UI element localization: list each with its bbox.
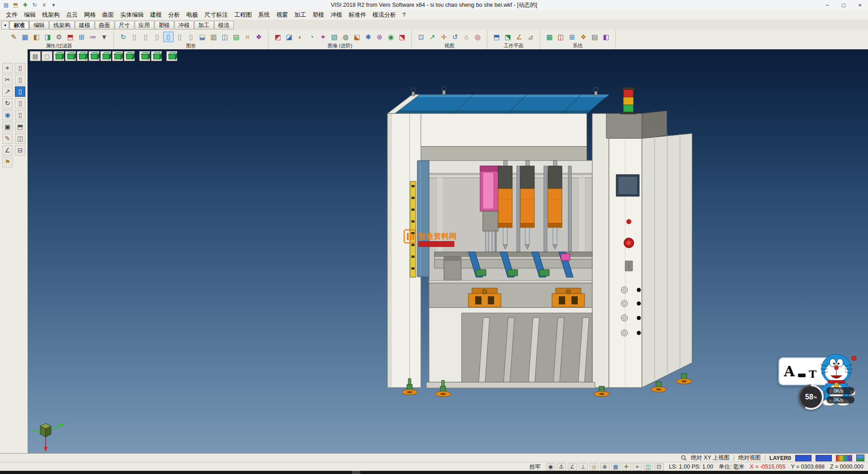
layer-color-bar[interactable] bbox=[795, 455, 811, 461]
view-ref-text[interactable]: 绝对视图 bbox=[738, 454, 761, 462]
toolbar-icon[interactable]: ✛ bbox=[439, 32, 449, 42]
toolbar-icon[interactable]: ◔ bbox=[307, 32, 317, 42]
menu-item[interactable]: 分析 bbox=[165, 11, 183, 19]
control-cabinet[interactable] bbox=[606, 111, 692, 388]
left-tool-icon[interactable]: ▯ bbox=[15, 75, 25, 85]
toolbar-icon[interactable]: ⬔ bbox=[397, 32, 407, 42]
toolbar-icon[interactable]: ⊞ bbox=[76, 32, 87, 42]
color-palette-bar[interactable] bbox=[836, 455, 852, 461]
toolbar-icon[interactable]: ◐ bbox=[295, 32, 306, 42]
menu-item[interactable]: 电极 bbox=[183, 11, 201, 19]
toolbar-tab[interactable]: 尺寸 bbox=[115, 21, 134, 29]
view-cube-icon[interactable] bbox=[89, 51, 99, 61]
toolbar-icon[interactable]: ≔ bbox=[88, 32, 98, 42]
menu-item[interactable]: 标准件 bbox=[345, 11, 369, 19]
snap-toggle-icon[interactable]: ⊡ bbox=[655, 463, 664, 471]
toolbar-icon[interactable]: ◉ bbox=[386, 32, 396, 42]
view-cube-icon[interactable] bbox=[53, 51, 64, 61]
menu-item[interactable]: 加工 bbox=[291, 11, 309, 19]
menu-item[interactable]: 视窗 bbox=[273, 11, 291, 19]
menu-item[interactable]: 模流分析 bbox=[369, 11, 399, 19]
toolbar-icon[interactable]: ⬕ bbox=[352, 32, 362, 42]
snap-toggle-icon[interactable]: ⊕ bbox=[600, 463, 609, 471]
toolbar-icon[interactable]: ◨ bbox=[42, 32, 53, 42]
quick-access-icon[interactable]: ≡ bbox=[40, 1, 48, 9]
left-tool-icon[interactable]: ◫ bbox=[15, 133, 25, 144]
toolbar-icon[interactable]: ⚙ bbox=[54, 32, 64, 42]
toolbar-tab[interactable]: 线架构 bbox=[49, 21, 75, 29]
menu-item[interactable]: 网格 bbox=[81, 11, 99, 19]
left-tool-icon[interactable]: ▣ bbox=[2, 122, 13, 132]
snap-toggle-icon[interactable]: ✛ bbox=[622, 463, 631, 471]
minimize-button[interactable]: − bbox=[819, 0, 835, 10]
progress-circle[interactable]: 58% bbox=[798, 384, 824, 410]
toolbar-icon[interactable]: ✦ bbox=[318, 32, 328, 42]
menu-item[interactable]: 实体编辑 bbox=[117, 11, 147, 19]
toolbar-icon[interactable]: ▯ bbox=[141, 32, 151, 42]
toolbar-tab[interactable]: 加工 bbox=[194, 21, 214, 29]
snap-toggle-icon[interactable]: ⚓ bbox=[557, 463, 566, 471]
toolbar-icon[interactable]: ⬒ bbox=[65, 32, 75, 42]
toolbar-icon[interactable]: ❖ bbox=[578, 32, 589, 42]
view-cube-icon[interactable]: ▤ bbox=[30, 51, 41, 61]
toolbar-icon[interactable]: ⬓ bbox=[197, 32, 208, 42]
toolbar-tab[interactable]: 编辑 bbox=[29, 21, 49, 29]
emergency-stop-button[interactable] bbox=[624, 238, 634, 248]
layer-color-bar[interactable] bbox=[816, 455, 832, 461]
quick-access-icon[interactable]: ▾ bbox=[49, 1, 58, 9]
hmi-screen[interactable] bbox=[616, 175, 639, 196]
menu-item[interactable]: ? bbox=[399, 11, 409, 18]
toolbar-icon[interactable]: ◫ bbox=[220, 32, 230, 42]
view-cube-icon[interactable] bbox=[124, 51, 135, 61]
toolbar-icon[interactable]: ▥ bbox=[208, 32, 219, 42]
menu-item[interactable]: 工程图 bbox=[231, 11, 255, 19]
clamp-fixture[interactable] bbox=[468, 288, 501, 307]
menu-item[interactable]: 建模 bbox=[147, 11, 165, 19]
menu-item[interactable]: 文件 bbox=[3, 11, 21, 19]
menu-item[interactable]: 系统 bbox=[255, 11, 273, 19]
cabinet-latch[interactable] bbox=[625, 261, 632, 271]
toolbar-icon[interactable]: ↻ bbox=[118, 32, 128, 42]
snap-toggle-icon[interactable]: ▦ bbox=[611, 463, 620, 471]
quick-access-icon[interactable]: ⬒ bbox=[11, 1, 20, 9]
toolbar-icon[interactable]: ◫ bbox=[556, 32, 566, 42]
quick-access-icon[interactable]: ✚ bbox=[21, 1, 29, 9]
toolbar-icon[interactable]: ▧ bbox=[329, 32, 340, 42]
toolbar-icon[interactable]: ▤ bbox=[231, 32, 241, 42]
toolbar-icon[interactable]: ◧ bbox=[31, 32, 42, 42]
snap-toggle-icon[interactable]: ◎ bbox=[590, 463, 599, 471]
toolbar-icon[interactable]: ⌗ bbox=[242, 32, 253, 42]
scene-canvas[interactable]: 智造资料网 bbox=[28, 49, 868, 453]
tab-dropdown-icon[interactable]: ▾ bbox=[1, 21, 9, 29]
toolbar-icon[interactable]: ✎ bbox=[9, 32, 19, 42]
display-settings-icon[interactable] bbox=[856, 455, 864, 461]
left-tool-icon[interactable]: ▯ bbox=[15, 98, 25, 109]
menu-item[interactable]: 塑模 bbox=[309, 11, 327, 19]
left-tool-icon[interactable]: ↗ bbox=[2, 86, 13, 97]
toolbar-icon[interactable]: ▦ bbox=[544, 32, 555, 42]
toolbar-icon[interactable]: ⌂ bbox=[461, 32, 472, 42]
toolbar-tab[interactable]: 曲面 bbox=[95, 21, 114, 29]
left-tool-icon[interactable]: ⬒ bbox=[15, 122, 25, 132]
view-cube-icon[interactable] bbox=[100, 51, 111, 61]
snap-toggle-icon[interactable]: ⌖ bbox=[633, 463, 642, 471]
toolbar-icon[interactable]: ▦ bbox=[20, 32, 30, 42]
viewport-3d[interactable]: ▤ ▢ bbox=[28, 49, 868, 453]
menu-item[interactable]: 线架构 bbox=[39, 11, 63, 19]
letter-a-icon[interactable]: A bbox=[784, 365, 795, 379]
toolbar-tab[interactable]: 应用 bbox=[135, 21, 154, 29]
left-tool-icon[interactable]: ✂ bbox=[2, 75, 13, 85]
snap-toggle-icon[interactable]: ⊥ bbox=[579, 463, 588, 471]
floating-overlay-widget[interactable]: A T bbox=[778, 355, 858, 413]
toolbar-icon[interactable]: ◎ bbox=[472, 32, 483, 42]
toolbar-icon[interactable]: ◍ bbox=[340, 32, 351, 42]
active-layer[interactable]: LAYER0 bbox=[769, 455, 791, 461]
view-cube-icon[interactable] bbox=[151, 51, 162, 61]
maximize-button[interactable]: □ bbox=[835, 0, 852, 10]
view-cube-icon[interactable] bbox=[139, 51, 150, 61]
toolbar-tab[interactable]: 模流 bbox=[214, 21, 234, 29]
menu-item[interactable]: 尺寸标注 bbox=[201, 11, 231, 19]
toolbar-icon[interactable]: ↗ bbox=[427, 32, 438, 42]
toolbar-icon[interactable]: ⊞ bbox=[567, 32, 577, 42]
toolbar-icon[interactable]: ⊿ bbox=[525, 32, 536, 42]
